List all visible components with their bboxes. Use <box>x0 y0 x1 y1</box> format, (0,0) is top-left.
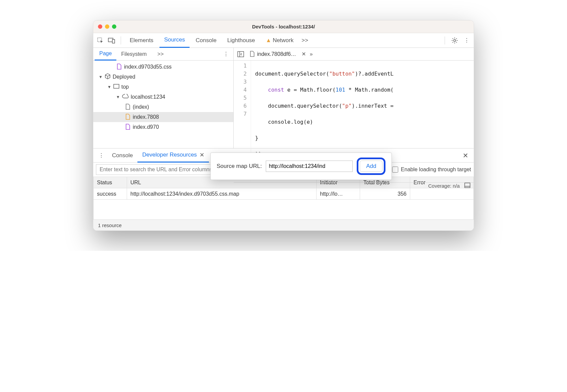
main-toolbar: Elements Sources Console Lighthouse ▲ Ne… <box>93 33 474 48</box>
close-tab-icon[interactable]: ✕ <box>302 51 306 57</box>
file-icon <box>125 124 131 130</box>
file-icon <box>250 51 255 58</box>
cell-bytes: 356 <box>360 188 410 200</box>
editor: index.7808df6… ✕ » 1 2 3 4 5 6 7 documen… <box>234 48 474 148</box>
tree-item-js[interactable]: index.7808 <box>93 112 233 122</box>
tabs-overflow[interactable]: >> <box>300 33 310 48</box>
editor-tabs-overflow[interactable]: » <box>310 51 313 57</box>
close-tab-icon[interactable]: ✕ <box>200 152 204 159</box>
sidebar-tab-page[interactable]: Page <box>95 48 116 61</box>
tree-label: index.7808 <box>133 114 159 120</box>
drawer-footer: 1 resource <box>93 220 474 230</box>
devtools-window: DevTools - localhost:1234/ Elements Sour… <box>93 20 474 231</box>
tree-label: index.d9703d55.css <box>124 64 172 70</box>
sidebar-tab-filesystem[interactable]: Filesystem <box>116 48 151 61</box>
svg-rect-2 <box>112 39 115 43</box>
tab-lighthouse[interactable]: Lighthouse <box>223 33 260 48</box>
svg-point-3 <box>454 39 456 41</box>
main-split: Page Filesystem >> ⋮ index.d9703d55.css … <box>93 48 474 148</box>
toggle-navigator-icon[interactable] <box>236 49 246 59</box>
tree-item-css2[interactable]: index.d970 <box>93 122 233 132</box>
cell-status: success <box>94 188 127 200</box>
tree-item-host[interactable]: ▼ localhost:1234 <box>93 92 233 102</box>
cube-icon <box>105 73 111 81</box>
editor-tab-label: index.7808df6… <box>257 51 296 57</box>
sourcemap-dialog: Source map URL: Add <box>210 153 392 180</box>
kebab-icon[interactable]: ⋮ <box>462 35 472 45</box>
tree-label: Deployed <box>113 74 135 80</box>
drawer-tab-devres[interactable]: Developer Resources ✕ <box>137 149 209 163</box>
tab-elements[interactable]: Elements <box>125 33 158 48</box>
dialog-label: Source map URL: <box>217 163 262 170</box>
tree-item-deployed[interactable]: ▼ Deployed <box>93 72 233 82</box>
tab-console[interactable]: Console <box>191 33 221 48</box>
tree-item-css[interactable]: index.d9703d55.css <box>93 62 233 72</box>
drawer-tab-devres-label: Developer Resources <box>142 152 197 158</box>
drawer-tab-console[interactable]: Console <box>107 149 137 163</box>
file-icon <box>125 114 131 120</box>
file-tree: index.d9703d55.css ▼ Deployed ▼ top ▼ lo… <box>93 61 233 148</box>
file-icon <box>125 104 131 110</box>
titlebar: DevTools - localhost:1234/ <box>93 20 474 33</box>
file-icon <box>117 64 122 70</box>
chevron-down-icon: ▼ <box>116 95 120 99</box>
tree-item-top[interactable]: ▼ top <box>93 82 233 92</box>
cell-url: http://localhost:1234/index.d9703d55.css… <box>127 188 317 200</box>
tree-label: index.d970 <box>133 124 159 130</box>
add-button[interactable]: Add <box>360 161 382 172</box>
svg-rect-7 <box>465 183 470 188</box>
add-button-highlight: Add <box>357 158 385 175</box>
chevron-down-icon: ▼ <box>107 85 111 89</box>
cloud-icon <box>122 94 129 100</box>
sidebar: Page Filesystem >> ⋮ index.d9703d55.css … <box>93 48 234 148</box>
chevron-down-icon: ▼ <box>99 75 103 79</box>
collapse-icon[interactable] <box>464 183 470 189</box>
cell-error <box>410 188 474 200</box>
tree-label: localhost:1234 <box>131 94 165 100</box>
inspect-icon[interactable] <box>95 35 105 45</box>
sidebar-kebab-icon[interactable]: ⋮ <box>220 51 232 57</box>
tab-network[interactable]: ▲ Network <box>261 33 298 48</box>
svg-rect-4 <box>114 84 119 88</box>
sourcemap-url-input[interactable] <box>266 161 353 172</box>
sidebar-tabs: Page Filesystem >> ⋮ <box>93 48 233 61</box>
gear-icon[interactable] <box>450 35 460 45</box>
col-status[interactable]: Status <box>94 177 127 188</box>
frame-icon <box>113 84 119 90</box>
editor-file-tab[interactable]: index.7808df6… ✕ <box>248 48 308 61</box>
editor-statusbar: Coverage: n/a <box>234 182 474 189</box>
window-title: DevTools - localhost:1234/ <box>93 24 474 29</box>
cell-initiator: http://lo… <box>317 188 360 200</box>
table-row[interactable]: success http://localhost:1234/index.d970… <box>94 188 474 200</box>
tree-item-index[interactable]: (index) <box>93 102 233 112</box>
tree-label: (index) <box>133 104 149 110</box>
tree-label: top <box>121 84 129 90</box>
drawer-kebab-icon[interactable]: ⋮ <box>95 152 107 159</box>
tab-network-label: Network <box>273 37 294 44</box>
sidebar-tabs-overflow[interactable]: >> <box>153 48 168 61</box>
warning-icon: ▲ <box>266 37 271 44</box>
tab-sources[interactable]: Sources <box>159 33 190 48</box>
coverage-label: Coverage: n/a <box>428 183 460 189</box>
editor-tabs: index.7808df6… ✕ » <box>234 48 474 61</box>
device-toggle-icon[interactable] <box>107 35 117 45</box>
